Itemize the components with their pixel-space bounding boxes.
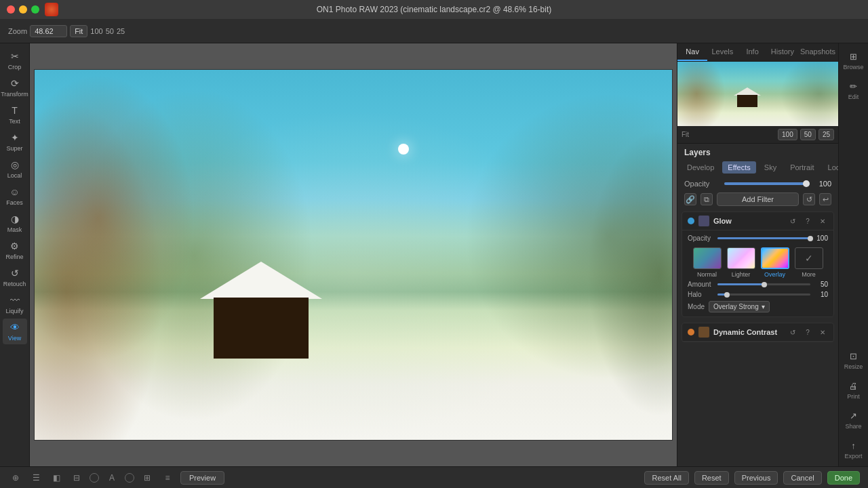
tool-super-label: Super — [6, 145, 22, 152]
tool-transform[interactable]: ⟳ Transform — [3, 75, 27, 100]
reset-all-button[interactable]: Reset All — [644, 471, 688, 485]
blend-overlay[interactable]: Overlay — [761, 247, 789, 278]
tool-super[interactable]: ✦ Super — [3, 129, 27, 155]
edit-item[interactable]: ✏ Edit — [840, 77, 867, 103]
glow-filter-icon — [698, 216, 709, 226]
dynamic-contrast-info-btn[interactable]: ? — [802, 327, 813, 338]
tool-text[interactable]: T Text — [3, 102, 27, 127]
nav-100-btn[interactable]: 100 — [778, 129, 797, 140]
zoom-input[interactable] — [30, 25, 67, 37]
print-item[interactable]: 🖨 Print — [840, 377, 867, 403]
statusbar-icon6[interactable]: ⊞ — [140, 470, 155, 485]
tab-levels[interactable]: Levels — [707, 43, 737, 61]
filter-more-btn[interactable]: ↩ — [819, 193, 831, 205]
tab-portrait[interactable]: Portrait — [785, 161, 819, 174]
halo-slider[interactable] — [717, 293, 810, 296]
edit-label: Edit — [848, 94, 859, 100]
tool-retouch[interactable]: ↺ Retouch — [3, 264, 27, 290]
statusbar-icon1[interactable]: ⊕ — [8, 470, 23, 485]
glow-info-btn[interactable]: ? — [802, 216, 813, 226]
tab-effects[interactable]: Effects — [722, 161, 755, 174]
far-right-panel: ⊞ Browse ✏ Edit ⊡ Resize 🖨 Print ↗ Share… — [838, 43, 868, 466]
zoom-100[interactable]: 100 — [90, 27, 102, 35]
blend-overlay-img — [761, 247, 789, 269]
done-button[interactable]: Done — [827, 471, 860, 485]
cancel-button[interactable]: Cancel — [783, 471, 821, 485]
blend-normal[interactable]: Normal — [693, 247, 722, 278]
photo-overlay — [35, 70, 672, 440]
zoom-25[interactable]: 25 — [117, 27, 125, 35]
glow-reset-btn[interactable]: ↺ — [787, 216, 798, 226]
statusbar-icon4[interactable]: ⊟ — [69, 470, 84, 485]
dynamic-contrast-header: Dynamic Contrast ↺ ? ✕ — [682, 323, 833, 342]
glow-opacity-slider[interactable] — [717, 237, 810, 239]
resize-item[interactable]: ⊡ Resize — [840, 347, 867, 373]
blend-lighter-label: Lighter — [732, 271, 751, 278]
tool-faces-label: Faces — [6, 199, 23, 206]
tool-view[interactable]: 👁 View — [3, 319, 27, 344]
previous-button[interactable]: Previous — [734, 471, 778, 485]
statusbar-icon5[interactable]: A — [104, 470, 119, 485]
nav-thumb-house — [734, 87, 761, 107]
add-filter-button[interactable]: Add Filter — [717, 192, 799, 206]
tool-mask[interactable]: ◑ Mask — [3, 210, 27, 236]
zoom-50[interactable]: 50 — [106, 27, 114, 35]
statusbar-icon2[interactable]: ☰ — [28, 470, 43, 485]
tab-info[interactable]: Info — [738, 43, 768, 61]
tool-faces[interactable]: ☺ Faces — [3, 183, 27, 209]
amount-row: Amount 50 — [688, 281, 828, 288]
blend-more[interactable]: ✓ More — [795, 247, 823, 278]
nav-25-btn[interactable]: 25 — [818, 129, 834, 140]
amount-slider[interactable] — [717, 283, 810, 285]
tool-refine[interactable]: ⚙ Refine — [3, 237, 27, 263]
statusbar-icon3[interactable]: ◧ — [49, 470, 64, 485]
opacity-slider[interactable] — [724, 182, 810, 185]
liquify-icon: 〰 — [9, 294, 21, 306]
tool-liquify[interactable]: 〰 Liquify — [3, 291, 27, 317]
close-button[interactable] — [7, 5, 15, 14]
dynamic-contrast-filter-block: Dynamic Contrast ↺ ? ✕ — [682, 323, 834, 342]
share-icon: ↗ — [848, 409, 860, 422]
window-title: ON1 Photo RAW 2023 (cinematic landscape.… — [317, 5, 552, 14]
canvas-area[interactable] — [30, 43, 677, 466]
preview-button[interactable]: Preview — [180, 471, 224, 485]
browse-item[interactable]: ⊞ Browse — [840, 47, 867, 73]
tab-snapshots[interactable]: Snapshots — [797, 43, 838, 61]
statusbar-icon7[interactable]: ≡ — [160, 470, 175, 485]
dynamic-contrast-name: Dynamic Contrast — [713, 328, 783, 336]
titlebar: ON1 Photo RAW 2023 (cinematic landscape.… — [0, 0, 868, 19]
mode-select[interactable]: Overlay Strong ▾ — [709, 301, 770, 312]
dynamic-contrast-dot[interactable] — [688, 329, 694, 336]
glow-active-dot[interactable] — [688, 218, 694, 224]
tab-nav[interactable]: Nav — [677, 43, 707, 61]
tool-local[interactable]: ◎ Local — [3, 156, 27, 182]
tool-view-label: View — [8, 335, 21, 342]
tab-sky[interactable]: Sky — [759, 161, 782, 174]
glow-close-btn[interactable]: ✕ — [817, 216, 828, 226]
glow-filter-header: Glow ↺ ? ✕ — [682, 212, 833, 230]
minimize-button[interactable] — [19, 5, 27, 14]
mask-icon: ◑ — [9, 213, 21, 225]
dynamic-contrast-close-btn[interactable]: ✕ — [817, 327, 828, 338]
export-item[interactable]: ↑ Export — [840, 436, 867, 462]
house-shape — [200, 264, 322, 359]
tab-history[interactable]: History — [768, 43, 797, 61]
maximize-button[interactable] — [31, 5, 39, 14]
reset-button[interactable]: Reset — [694, 471, 729, 485]
nav-50-btn[interactable]: 50 — [800, 129, 816, 140]
share-item[interactable]: ↗ Share — [840, 407, 867, 432]
fit-button[interactable]: Fit — [70, 25, 87, 37]
filter-reset-btn[interactable]: ↺ — [803, 193, 815, 205]
blend-overlay-preview — [762, 249, 788, 268]
filter-copy-btn[interactable]: ⧉ — [701, 193, 713, 205]
house-body — [214, 298, 309, 359]
add-filter-row: 🔗 ⧉ Add Filter ↺ ↩ — [677, 190, 838, 209]
nav-controls: Fit 100 50 25 — [677, 126, 838, 144]
filter-link-btn[interactable]: 🔗 — [684, 193, 696, 205]
tab-local[interactable]: Local — [823, 161, 838, 174]
tool-crop[interactable]: ✂ Crop — [3, 47, 27, 73]
blend-lighter[interactable]: Lighter — [727, 247, 755, 278]
tab-develop[interactable]: Develop — [682, 161, 719, 174]
moon — [398, 144, 409, 155]
dynamic-contrast-reset-btn[interactable]: ↺ — [787, 327, 798, 338]
